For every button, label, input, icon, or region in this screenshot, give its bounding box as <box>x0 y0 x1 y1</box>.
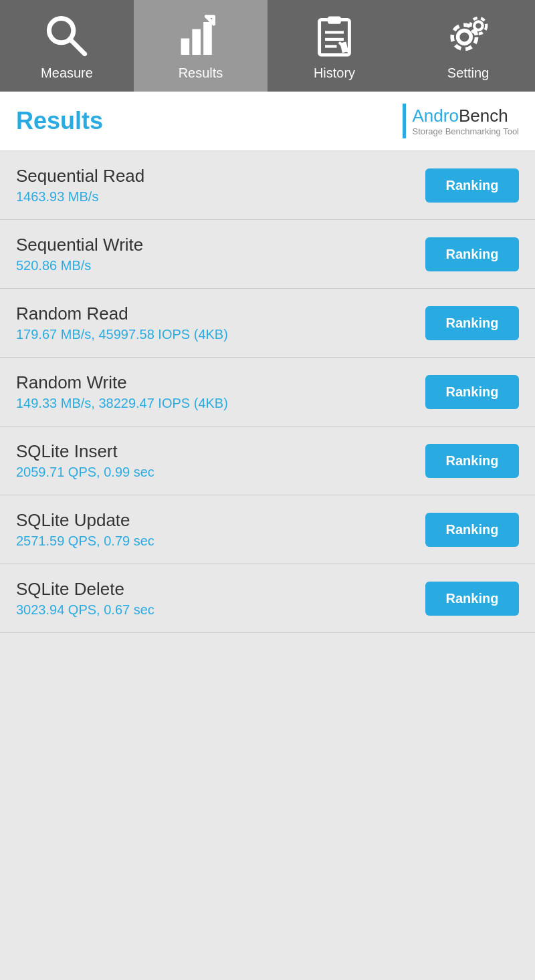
result-row: SQLite Insert2059.71 QPS, 0.99 secRankin… <box>0 426 535 495</box>
svg-rect-4 <box>203 22 212 55</box>
nav-item-results[interactable]: Results <box>134 0 268 92</box>
svg-point-14 <box>452 25 476 49</box>
result-info: Sequential Write520.86 MB/s <box>16 235 425 273</box>
result-title: Random Read <box>16 303 425 324</box>
svg-rect-2 <box>181 39 190 55</box>
search-icon <box>43 12 91 60</box>
results-list: Sequential Read1463.93 MB/sRankingSequen… <box>0 151 535 633</box>
chart-icon <box>177 12 225 60</box>
result-title: SQLite Insert <box>16 441 425 462</box>
result-value: 149.33 MB/s, 38229.47 IOPS (4KB) <box>16 396 425 411</box>
clipboard-icon <box>310 12 358 60</box>
page-header: Results AndroBench Storage Benchmarking … <box>0 92 535 151</box>
result-value: 179.67 MB/s, 45997.58 IOPS (4KB) <box>16 327 425 342</box>
nav-measure-label: Measure <box>41 66 93 81</box>
ranking-button[interactable]: Ranking <box>425 306 519 340</box>
svg-rect-7 <box>328 17 341 24</box>
ranking-button[interactable]: Ranking <box>425 444 519 478</box>
nav-setting-label: Setting <box>447 66 489 81</box>
result-info: SQLite Insert2059.71 QPS, 0.99 sec <box>16 441 425 480</box>
result-row: Sequential Read1463.93 MB/sRanking <box>0 151 535 220</box>
result-title: Sequential Write <box>16 235 425 255</box>
result-info: Sequential Read1463.93 MB/s <box>16 166 425 205</box>
ranking-button[interactable]: Ranking <box>425 513 519 547</box>
result-info: Random Read179.67 MB/s, 45997.58 IOPS (4… <box>16 303 425 342</box>
svg-point-15 <box>474 21 483 30</box>
brand-text: AndroBench Storage Benchmarking Tool <box>413 106 519 136</box>
result-title: Random Write <box>16 372 425 393</box>
result-title: SQLite Delete <box>16 579 425 600</box>
result-title: SQLite Update <box>16 510 425 531</box>
svg-rect-3 <box>192 29 201 55</box>
result-value: 3023.94 QPS, 0.67 sec <box>16 602 425 618</box>
result-value: 2571.59 QPS, 0.79 sec <box>16 533 425 549</box>
gear-icon <box>444 12 492 60</box>
svg-line-1 <box>70 39 85 54</box>
result-info: SQLite Delete3023.94 QPS, 0.67 sec <box>16 579 425 618</box>
navigation-bar: Measure Results <box>0 0 535 92</box>
nav-item-measure[interactable]: Measure <box>0 0 134 92</box>
result-title: Sequential Read <box>16 166 425 187</box>
page-title: Results <box>16 107 103 135</box>
brand-subtitle: Storage Benchmarking Tool <box>413 126 519 136</box>
svg-marker-12 <box>340 41 348 53</box>
result-row: Random Write149.33 MB/s, 38229.47 IOPS (… <box>0 358 535 426</box>
result-value: 2059.71 QPS, 0.99 sec <box>16 465 425 480</box>
nav-results-label: Results <box>179 66 223 81</box>
ranking-button[interactable]: Ranking <box>425 237 519 271</box>
result-info: Random Write149.33 MB/s, 38229.47 IOPS (… <box>16 372 425 411</box>
nav-item-setting[interactable]: Setting <box>401 0 535 92</box>
brand-logo: AndroBench Storage Benchmarking Tool <box>403 104 519 138</box>
ranking-button[interactable]: Ranking <box>425 168 519 203</box>
result-row: SQLite Delete3023.94 QPS, 0.67 secRankin… <box>0 564 535 633</box>
ranking-button[interactable]: Ranking <box>425 582 519 616</box>
result-info: SQLite Update2571.59 QPS, 0.79 sec <box>16 510 425 549</box>
brand-name: AndroBench <box>413 106 519 126</box>
ranking-button[interactable]: Ranking <box>425 375 519 409</box>
nav-history-label: History <box>314 66 355 81</box>
brand-bar <box>403 104 406 138</box>
nav-item-history[interactable]: History <box>268 0 401 92</box>
result-row: Sequential Write520.86 MB/sRanking <box>0 220 535 289</box>
result-value: 520.86 MB/s <box>16 258 425 273</box>
result-row: Random Read179.67 MB/s, 45997.58 IOPS (4… <box>0 289 535 358</box>
result-row: SQLite Update2571.59 QPS, 0.79 secRankin… <box>0 495 535 564</box>
svg-point-13 <box>458 31 471 44</box>
result-value: 1463.93 MB/s <box>16 189 425 205</box>
